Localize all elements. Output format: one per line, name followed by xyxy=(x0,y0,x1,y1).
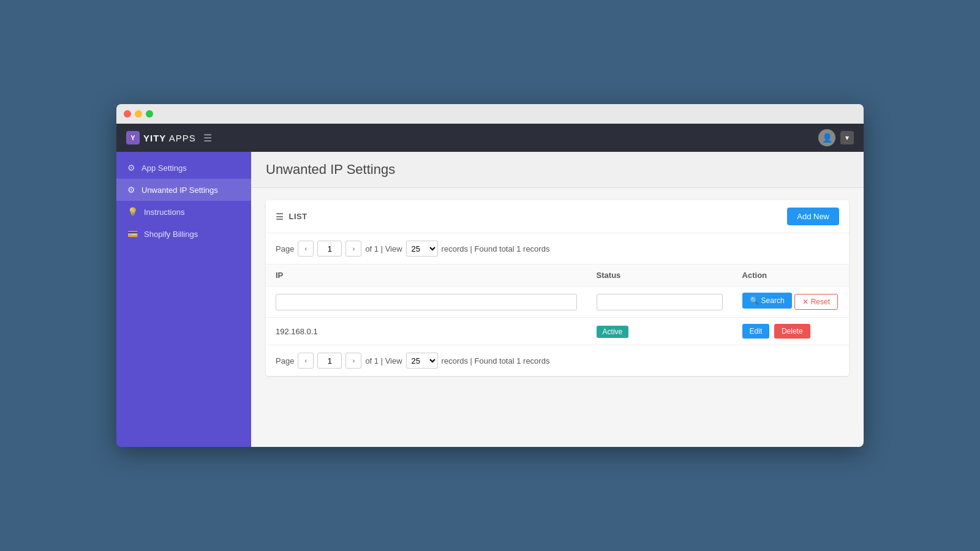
prev-page-button-top[interactable]: ‹ xyxy=(298,241,314,257)
sidebar-item-label: Instructions xyxy=(144,208,184,217)
reset-label: Reset xyxy=(811,298,830,306)
of-label-bottom: of 1 | View xyxy=(365,356,402,365)
page-title: Unwanted IP Settings xyxy=(266,162,849,178)
browser-titlebar xyxy=(116,104,864,124)
sidebar-item-app-settings[interactable]: ⚙ App Settings xyxy=(116,157,251,179)
page-label: Page xyxy=(276,244,294,253)
add-new-button[interactable]: Add New xyxy=(787,208,839,225)
page-input-top[interactable] xyxy=(317,241,342,257)
search-action-buttons: 🔍 Search ✕ Reset xyxy=(742,293,839,311)
card-icon: 💳 xyxy=(127,229,138,239)
table-row: 192.168.0.1 Active Edit Delete xyxy=(266,318,849,345)
section-title-text: LIST xyxy=(289,212,307,221)
reset-icon: ✕ xyxy=(802,298,809,306)
sidebar-item-instructions[interactable]: 💡 Instructions xyxy=(116,201,251,223)
data-table: IP Status Action xyxy=(266,264,849,345)
navbar-left: Y YITY APPS ☰ xyxy=(126,131,212,144)
records-label-top: records | Found total 1 records xyxy=(442,244,550,253)
gear-icon: ⚙ xyxy=(127,185,135,195)
ip-search-cell xyxy=(266,287,587,318)
settings-icon: ⚙ xyxy=(127,163,135,173)
user-dropdown[interactable]: ▾ xyxy=(840,131,854,144)
action-cell: Edit Delete xyxy=(733,318,849,345)
status-cell: Active xyxy=(587,318,733,345)
search-action-row: 🔍 Search ✕ Reset xyxy=(742,293,838,311)
traffic-light-green[interactable] xyxy=(146,110,153,118)
section-card: ☰ LIST Add New Page ‹ › of 1 | View 25 xyxy=(266,200,849,376)
sidebar-item-label: Shopify Billings xyxy=(144,230,198,239)
section-header: ☰ LIST Add New xyxy=(266,200,849,233)
ip-cell: 192.168.0.1 xyxy=(266,318,587,345)
content-body: ☰ LIST Add New Page ‹ › of 1 | View 25 xyxy=(251,188,864,447)
content-area: Unwanted IP Settings ☰ LIST Add New xyxy=(251,152,864,447)
pagination-top: Page ‹ › of 1 | View 25 10 50 100 record… xyxy=(266,233,849,264)
sidebar-item-label: Unwanted IP Settings xyxy=(141,186,218,195)
navbar-right: 👤 ▾ xyxy=(818,129,854,146)
logo-icon: Y xyxy=(126,131,140,144)
page-input-bottom[interactable] xyxy=(317,353,342,369)
sidebar-item-shopify-billings[interactable]: 💳 Shopify Billings xyxy=(116,223,251,245)
prev-page-button-bottom[interactable]: ‹ xyxy=(298,353,314,369)
search-row: 🔍 Search ✕ Reset xyxy=(266,287,849,318)
delete-button[interactable]: Delete xyxy=(774,324,810,339)
app-logo: Y YITY APPS xyxy=(126,131,196,144)
col-header-ip: IP xyxy=(266,264,587,287)
sidebar: ⚙ App Settings ⚙ Unwanted IP Settings 💡 … xyxy=(116,152,251,447)
view-select-top[interactable]: 25 10 50 100 xyxy=(406,241,438,257)
col-header-status: Status xyxy=(587,264,733,287)
action-search-cell: 🔍 Search ✕ Reset xyxy=(733,287,849,318)
traffic-light-yellow[interactable] xyxy=(135,110,142,118)
next-page-button-top[interactable]: › xyxy=(345,241,361,257)
edit-button[interactable]: Edit xyxy=(742,324,770,339)
pagination-bottom: Page ‹ › of 1 | View 25 10 50 100 record… xyxy=(266,345,849,376)
status-search-input[interactable] xyxy=(597,294,723,310)
user-dropdown-arrow: ▾ xyxy=(845,133,849,142)
sidebar-item-unwanted-ip[interactable]: ⚙ Unwanted IP Settings xyxy=(116,179,251,201)
ip-search-input[interactable] xyxy=(276,294,577,310)
of-label-top: of 1 | View xyxy=(365,244,402,253)
next-page-button-bottom[interactable]: › xyxy=(345,353,361,369)
status-search-cell xyxy=(587,287,733,318)
list-icon: ☰ xyxy=(276,212,284,222)
status-badge: Active xyxy=(597,326,629,338)
bulb-icon: 💡 xyxy=(127,207,138,217)
page-header: Unwanted IP Settings xyxy=(251,152,864,188)
top-navbar: Y YITY APPS ☰ 👤 ▾ xyxy=(116,124,864,152)
search-button[interactable]: 🔍 Search xyxy=(742,293,792,309)
user-avatar: 👤 xyxy=(818,129,835,146)
section-title: ☰ LIST xyxy=(276,212,307,222)
search-label: Search xyxy=(761,296,785,305)
page-label-bottom: Page xyxy=(276,356,294,365)
traffic-light-red[interactable] xyxy=(124,110,131,118)
hamburger-icon[interactable]: ☰ xyxy=(203,132,212,144)
view-select-bottom[interactable]: 25 10 50 100 xyxy=(406,353,438,369)
records-label-bottom: records | Found total 1 records xyxy=(442,356,550,365)
reset-button[interactable]: ✕ Reset xyxy=(794,294,838,310)
sidebar-item-label: App Settings xyxy=(141,163,187,173)
app-name: YITY APPS xyxy=(143,133,196,143)
main-layout: ⚙ App Settings ⚙ Unwanted IP Settings 💡 … xyxy=(116,152,864,447)
col-header-action: Action xyxy=(733,264,849,287)
search-icon: 🔍 xyxy=(750,296,759,305)
